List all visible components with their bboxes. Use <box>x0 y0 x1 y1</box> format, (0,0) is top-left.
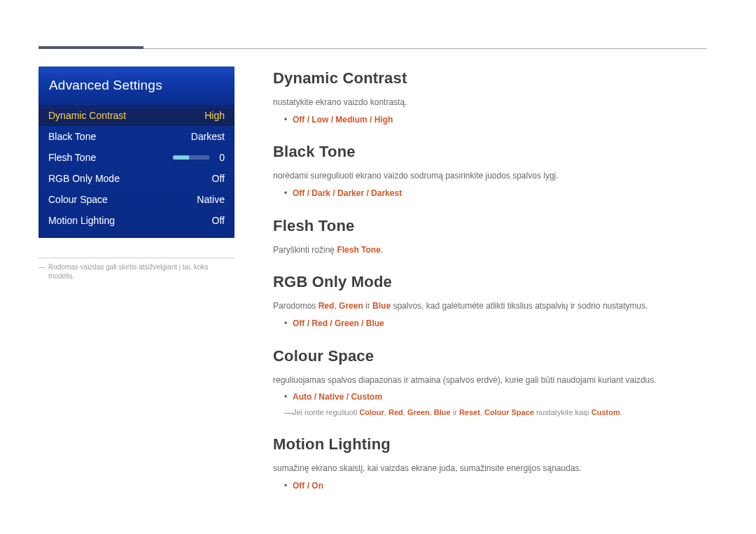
section-title: Motion Lighting <box>273 433 707 456</box>
section-desc: nustatykite ekrano vaizdo kontrastą. <box>273 96 665 109</box>
osd-value: 0 <box>216 150 225 166</box>
text: spalvos, kad galėtumėte atlikti tikslius… <box>391 301 648 311</box>
opt: Medium <box>335 115 367 125</box>
opt: Native <box>318 392 344 402</box>
osd-label: Dynamic Contrast <box>48 108 183 124</box>
hl: Custom <box>592 408 620 416</box>
opt: Green <box>335 318 359 328</box>
sep: / <box>359 318 366 328</box>
text: Parodomos <box>273 301 318 311</box>
osd-column: Advanced Settings Dynamic Contrast High … <box>38 66 273 513</box>
opt: Red <box>312 318 328 328</box>
text: Paryškinti rožinę <box>273 245 337 255</box>
opt: Off <box>293 188 304 198</box>
section-title: Flesh Tone <box>273 214 707 238</box>
osd-value: Off <box>183 213 225 229</box>
hl: Green <box>407 408 430 416</box>
text: nustatykite kaip <box>534 408 592 416</box>
osd-label: Black Tone <box>48 129 183 145</box>
hl: Red <box>318 301 335 311</box>
opt: Darkest <box>371 188 402 198</box>
osd-label: Flesh Tone <box>48 150 173 166</box>
section-title: Colour Space <box>273 344 707 368</box>
sep: / <box>344 392 351 402</box>
osd-row-colour-space[interactable]: Colour Space Native <box>38 189 234 210</box>
section-title: RGB Only Mode <box>273 270 707 294</box>
sep: / <box>368 115 374 125</box>
osd-value: Off <box>183 171 225 187</box>
opt: High <box>374 115 393 125</box>
descriptions-column: Dynamic Contrast nustatykite ekrano vaiz… <box>273 66 707 513</box>
text: . <box>620 408 622 416</box>
osd-slider[interactable] <box>173 155 209 160</box>
caption-dash: ― <box>38 262 46 281</box>
hl: Green <box>339 301 363 311</box>
osd-caption: ― Rodomas vaizdas gali skirtis atsižvelg… <box>38 262 234 281</box>
opt: Blue <box>366 318 384 328</box>
osd-value: Darkest <box>183 129 225 145</box>
osd-value: High <box>183 108 225 124</box>
hl: Colour <box>359 408 384 416</box>
hl: Flesh Tone <box>337 245 380 255</box>
sep: / <box>304 188 312 198</box>
hl: Red <box>388 408 403 416</box>
sep: / <box>330 188 337 198</box>
section-options: Off / On <box>273 479 707 493</box>
sep: / <box>312 392 318 402</box>
note-dash: ― <box>284 405 294 421</box>
sep: / <box>328 318 335 328</box>
section-options: Auto / Native / Custom <box>273 391 707 404</box>
section-subnote: ― Jei norite reguliuoti Colour, Red, Gre… <box>273 407 707 419</box>
osd-row-rgb-only-mode[interactable]: RGB Only Mode Off <box>38 168 234 189</box>
section-motion-lighting: Motion Lighting sumažinę ekrano skaistį,… <box>273 433 707 492</box>
opt: Off <box>293 318 304 328</box>
osd-row-motion-lighting[interactable]: Motion Lighting Off <box>38 210 234 231</box>
opt: Off <box>293 115 304 125</box>
text: . <box>381 245 383 255</box>
sep: / <box>364 188 371 198</box>
osd-row-black-tone[interactable]: Black Tone Darkest <box>38 126 234 147</box>
osd-title: Advanced Settings <box>38 66 234 102</box>
section-desc: sumažinę ekrano skaistį, kai vaizdas ekr… <box>273 462 665 475</box>
top-accent-bar <box>38 46 144 49</box>
opt: On <box>312 481 323 491</box>
section-options: Off / Red / Green / Blue <box>273 317 707 330</box>
section-dynamic-contrast: Dynamic Contrast nustatykite ekrano vaiz… <box>273 66 707 126</box>
osd-body: Dynamic Contrast High Black Tone Darkest… <box>38 102 234 238</box>
opt: Off <box>293 481 304 491</box>
osd-row-dynamic-contrast[interactable]: Dynamic Contrast High <box>38 105 234 126</box>
opt: Low <box>312 115 328 125</box>
sep: / <box>304 115 312 125</box>
section-desc: reguliuojamas spalvos diapazonas ir atma… <box>273 374 665 387</box>
section-title: Black Tone <box>273 140 707 164</box>
text: Jei norite reguliuoti <box>293 408 359 416</box>
opt: Dark <box>312 188 330 198</box>
opt: Custom <box>351 392 382 402</box>
opt: Auto <box>293 392 312 402</box>
section-flesh-tone: Flesh Tone Paryškinti rožinę Flesh Tone. <box>273 214 707 257</box>
osd-label: Motion Lighting <box>48 213 183 229</box>
caption-divider <box>38 258 234 258</box>
section-desc: norėdami sureguliuoti ekrano vaizdo sodr… <box>273 169 665 183</box>
osd-label: Colour Space <box>48 192 183 208</box>
section-options: Off / Low / Medium / High <box>273 113 707 127</box>
hl: Blue <box>434 408 451 416</box>
hl: Blue <box>372 301 391 311</box>
osd-label: RGB Only Mode <box>48 171 183 187</box>
text: ir <box>363 301 372 311</box>
text: ir <box>451 408 459 416</box>
osd-row-flesh-tone[interactable]: Flesh Tone 0 <box>38 147 234 168</box>
osd-panel: Advanced Settings Dynamic Contrast High … <box>38 66 234 238</box>
section-colour-space: Colour Space reguliuojamas spalvos diapa… <box>273 344 707 419</box>
opt: Darker <box>337 188 364 198</box>
section-rgb-only-mode: RGB Only Mode Parodomos Red, Green ir Bl… <box>273 270 707 330</box>
section-title: Dynamic Contrast <box>273 66 707 90</box>
section-desc: Parodomos Red, Green ir Blue spalvos, ka… <box>273 300 665 313</box>
section-black-tone: Black Tone norėdami sureguliuoti ekrano … <box>273 140 707 199</box>
caption-text: Rodomas vaizdas gali skirtis atsižvelgia… <box>48 262 234 281</box>
sep: / <box>304 481 312 491</box>
osd-value: Native <box>183 192 225 208</box>
section-desc: Paryškinti rožinę Flesh Tone. <box>273 244 665 257</box>
sep: / <box>304 318 312 328</box>
hl: Colour Space <box>484 408 534 416</box>
